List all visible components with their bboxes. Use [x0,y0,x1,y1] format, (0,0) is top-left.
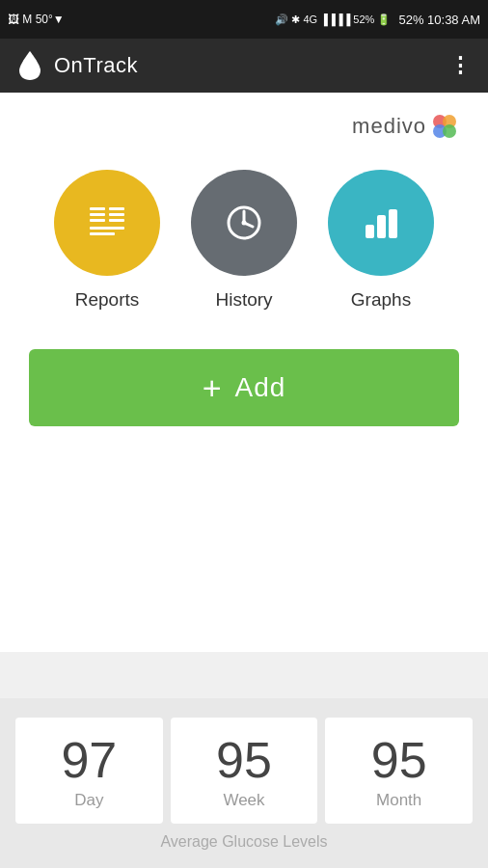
graphs-button[interactable] [328,170,434,276]
stat-value-week: 95 [216,735,272,785]
graphs-item[interactable]: Graphs [328,170,434,311]
app-logo-drop [15,47,44,84]
svg-point-15 [242,221,247,226]
medivo-logo: medivo [29,112,459,141]
nav-icons-row: Reports History [29,170,459,311]
status-bar: 🖼 M 50°▼ 🔊 ✱ 4G ▐▐▐▐ 52% 🔋 52% 10:38 AM [0,0,488,39]
status-right: 🔊 ✱ 4G ▐▐▐▐ 52% 🔋 52% 10:38 AM [275,13,480,27]
nav-left: OnTrack [15,47,138,84]
reports-item[interactable]: Reports [54,170,160,311]
nav-bar: OnTrack ⋮ [0,39,488,93]
reports-button[interactable] [54,170,160,276]
svg-rect-7 [109,207,124,210]
reports-icon [82,198,132,248]
app-title: OnTrack [54,53,138,78]
history-icon [219,198,269,248]
stat-card-week: 95 Week [171,718,318,824]
add-button-label: Add [235,372,286,403]
main-content: medivo Reports [0,93,488,652]
stat-card-day: 97 Day [15,718,163,824]
graphs-icon [356,198,406,248]
status-icons: 🖼 M 50°▼ [8,13,65,26]
svg-rect-18 [389,209,397,238]
medivo-text: medivo [352,114,426,139]
stat-period-day: Day [74,791,103,810]
avg-glucose-label: Average Glucose Levels [15,833,473,858]
plus-icon: + [203,371,222,404]
reports-label: Reports [75,289,140,311]
svg-rect-10 [90,227,124,230]
history-label: History [215,289,272,311]
svg-point-3 [443,124,456,138]
stat-value-day: 97 [61,735,117,785]
stat-card-month: 95 Month [325,718,473,824]
status-time: 52% 10:38 AM [398,13,480,27]
svg-rect-4 [90,207,105,210]
svg-rect-11 [90,232,115,235]
svg-rect-16 [366,225,374,238]
svg-rect-6 [90,219,105,222]
svg-rect-17 [377,215,386,238]
stat-value-month: 95 [371,735,427,785]
history-button[interactable] [191,170,297,276]
menu-button[interactable]: ⋮ [449,53,473,78]
status-network: 🔊 ✱ 4G ▐▐▐▐ 52% 🔋 [275,14,391,26]
stats-row: 97 Day 95 Week 95 Month [15,718,473,824]
history-item[interactable]: History [191,170,297,311]
svg-rect-8 [109,213,124,216]
add-button[interactable]: + Add [29,349,459,426]
status-left: 🖼 M 50°▼ [8,13,65,26]
graphs-label: Graphs [351,289,411,311]
medivo-icon [430,112,459,141]
stat-period-week: Week [223,791,264,810]
stat-period-month: Month [376,791,421,810]
svg-rect-9 [109,219,124,222]
bottom-section: 97 Day 95 Week 95 Month Average Glucose … [0,698,488,868]
svg-rect-5 [90,213,105,216]
